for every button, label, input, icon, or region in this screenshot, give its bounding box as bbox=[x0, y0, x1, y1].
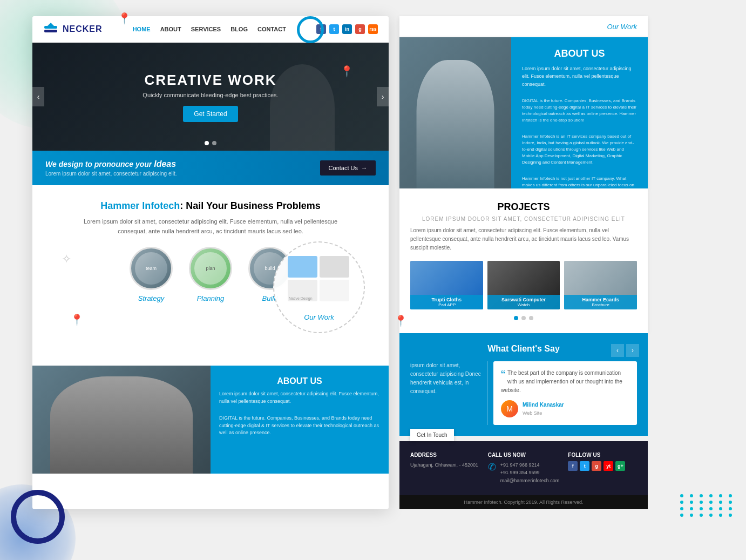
contact-banner: We design to pronounce your Ideas Lorem … bbox=[32, 151, 389, 185]
about-right-p2: DIGITAL is the future. Companies, Busine… bbox=[522, 98, 637, 124]
about-person-silhouette bbox=[50, 376, 193, 474]
footer-call-col: CALL US NOW ✆ +91 947 966 9214 +91 999 3… bbox=[488, 452, 560, 484]
footer-phone1: +91 947 966 9214 bbox=[500, 461, 560, 469]
testimonials-section: What Client's Say ‹ › ipsum dolor sit am… bbox=[399, 333, 648, 436]
author-name: Milind Kanaskar bbox=[523, 401, 564, 409]
navbar: NECKER HOME ABOUT SERVICES BLOG CONTACT … bbox=[32, 16, 389, 43]
services-area: ✧ ☁ team Strategy plan Planning bbox=[45, 247, 376, 355]
about-title: ABOUT US bbox=[219, 376, 380, 386]
our-work-thumb-3: Native Design bbox=[288, 280, 317, 301]
ring-decoration-bottom bbox=[11, 490, 65, 544]
footer-call-info: ✆ +91 947 966 9214 +91 999 354 9599 mail… bbox=[488, 461, 560, 484]
contact-banner-text: We design to pronounce your Ideas Lorem … bbox=[45, 159, 177, 177]
footer-phone2: +91 999 354 9599 bbox=[500, 469, 560, 476]
footer: ADDRESS Ujahaganj, Chhawani, - 452001 CA… bbox=[399, 441, 648, 495]
google-icon[interactable]: g bbox=[355, 24, 365, 34]
projects-dot-3 bbox=[529, 316, 533, 320]
hero-bg-person bbox=[270, 64, 335, 151]
testimonial-card: “ The best part of the company is commun… bbox=[493, 361, 637, 425]
nav-home[interactable]: HOME bbox=[133, 26, 151, 32]
about-right-p3: Hammer Infotech is an IT services compan… bbox=[522, 133, 637, 166]
footer-facebook-icon[interactable]: f bbox=[568, 461, 578, 471]
projects-dots bbox=[410, 316, 637, 320]
pin-icon-2: 📍 bbox=[340, 65, 354, 78]
logo-text: NECKER bbox=[63, 24, 103, 34]
right-our-work-header: Our Work bbox=[399, 16, 648, 37]
project-3-label: Hammer Ecards Brochure bbox=[564, 295, 637, 309]
about-right-content: ABOUT US Lorem ipsum dolor sit amet, con… bbox=[511, 37, 648, 188]
nav-about[interactable]: ABOUT bbox=[160, 26, 181, 32]
svg-rect-1 bbox=[44, 30, 57, 32]
ring-decoration-top bbox=[297, 16, 324, 43]
contact-banner-subtext: Lorem ipsum dolor sit amet, consectetur … bbox=[45, 171, 177, 177]
testimonials-prev-button[interactable]: ‹ bbox=[611, 344, 624, 357]
quote-icon: “ bbox=[501, 369, 505, 382]
twitter-icon[interactable]: t bbox=[329, 24, 339, 34]
pin-icon-1: 📍 bbox=[118, 12, 131, 25]
about-right-section: ABOUT US Lorem ipsum dolor sit amet, con… bbox=[399, 37, 648, 188]
get-in-touch-label: Get In Touch bbox=[410, 429, 454, 441]
contact-banner-heading: We design to pronounce your Ideas bbox=[45, 159, 177, 169]
right-panel: Our Work ABOUT US Lorem ipsum dolor sit … bbox=[399, 16, 648, 509]
about-right-title: ABOUT US bbox=[522, 48, 637, 59]
footer-address-label: ADDRESS bbox=[410, 452, 479, 458]
footer-email: mail@hammerinfotech.com bbox=[500, 477, 560, 484]
footer-gplus-icon[interactable]: g+ bbox=[615, 461, 625, 471]
author-info: Milind Kanaskar Web Site bbox=[523, 401, 564, 417]
project-thumb-1: Trupti Cloths iPad APP bbox=[410, 261, 483, 309]
projects-dot-1 bbox=[514, 316, 518, 320]
footer-twitter-icon[interactable]: t bbox=[580, 461, 589, 471]
footer-google-icon[interactable]: g bbox=[592, 461, 601, 471]
our-work-circle: Native Design Our Work bbox=[273, 241, 365, 333]
footer-address-col: ADDRESS Ujahaganj, Chhawani, - 452001 bbox=[410, 452, 479, 484]
projects-thumbnails: Trupti Cloths iPad APP Sarswati Computer… bbox=[410, 261, 637, 309]
project-thumb-3: Hammer Ecards Brochure bbox=[564, 261, 637, 309]
footer-follow-label: FOLLOW US bbox=[568, 452, 637, 458]
nav-contact[interactable]: CONTACT bbox=[257, 26, 286, 32]
rss-icon[interactable]: rss bbox=[368, 24, 378, 34]
our-work-area: Native Design Our Work bbox=[273, 241, 365, 333]
our-work-thumb-4 bbox=[320, 280, 349, 301]
about-right-p1: Lorem ipsum dolor sit amet, consectetur … bbox=[522, 65, 637, 88]
about-section-left: ABOUT US Lorem ipsum dolor sit amet, con… bbox=[32, 366, 389, 474]
testimonials-title: What Client's Say bbox=[410, 344, 637, 354]
about-right-image bbox=[399, 37, 511, 188]
footer-youtube-icon[interactable]: yt bbox=[603, 461, 613, 471]
footer-call-label: CALL US NOW bbox=[488, 452, 560, 458]
nav-services[interactable]: SERVICES bbox=[191, 26, 221, 32]
footer-social-col: FOLLOW US f t g yt g+ bbox=[568, 452, 637, 484]
hero-prev-button[interactable]: ‹ bbox=[32, 87, 44, 106]
nav-links: HOME ABOUT SERVICES BLOG CONTACT bbox=[133, 26, 286, 32]
projects-description: Lorem ipsum dolor sit amet, consectetur … bbox=[410, 226, 637, 252]
our-work-label: Our Work bbox=[304, 313, 334, 321]
planning-inner: plan bbox=[194, 252, 227, 285]
about-content: ABOUT US Lorem ipsum dolor sit amet, con… bbox=[211, 366, 389, 474]
about-text1: Lorem ipsum dolor sit amet, consectetur … bbox=[219, 390, 380, 405]
business-section: Hammer Infotech: Nail Your Business Prob… bbox=[32, 185, 389, 366]
hero-dot-1 bbox=[205, 141, 209, 145]
footer-phone-numbers: +91 947 966 9214 +91 999 354 9599 mail@h… bbox=[500, 461, 560, 484]
about-text2: DIGITAL is the future. Companies, Busine… bbox=[219, 415, 380, 437]
contact-us-button[interactable]: Contact Us → bbox=[320, 160, 376, 176]
logo-text-necker: NECKER bbox=[63, 24, 103, 33]
planning-circle: plan bbox=[189, 247, 232, 290]
project-1-label: Trupti Cloths iPad APP bbox=[410, 295, 483, 309]
our-work-thumbs: Native Design bbox=[288, 256, 349, 301]
strategy-inner: team bbox=[135, 252, 167, 285]
linkedin-icon[interactable]: in bbox=[342, 24, 352, 34]
phone-icon: ✆ bbox=[488, 461, 496, 473]
hero-cta-button[interactable]: Get Started bbox=[183, 106, 238, 122]
our-work-thumb-2 bbox=[320, 256, 349, 278]
business-title: Hammer Infotech: Nail Your Business Prob… bbox=[45, 200, 376, 212]
project-thumb-2: Sarswati Computer Watch bbox=[487, 261, 560, 309]
business-description: Lorem ipsum dolor sit amet, consectetur … bbox=[81, 217, 340, 236]
hero-dot-2 bbox=[212, 141, 216, 145]
pin-icon-3: 📍 bbox=[70, 313, 84, 326]
nav-blog[interactable]: BLOG bbox=[230, 26, 248, 32]
hero-next-button[interactable]: › bbox=[377, 87, 389, 106]
logo: NECKER bbox=[43, 22, 103, 37]
our-work-link[interactable]: Our Work bbox=[607, 23, 637, 31]
planning-label: Planning bbox=[197, 294, 225, 302]
testimonials-next-button[interactable]: › bbox=[626, 344, 639, 357]
svg-rect-0 bbox=[44, 26, 57, 29]
